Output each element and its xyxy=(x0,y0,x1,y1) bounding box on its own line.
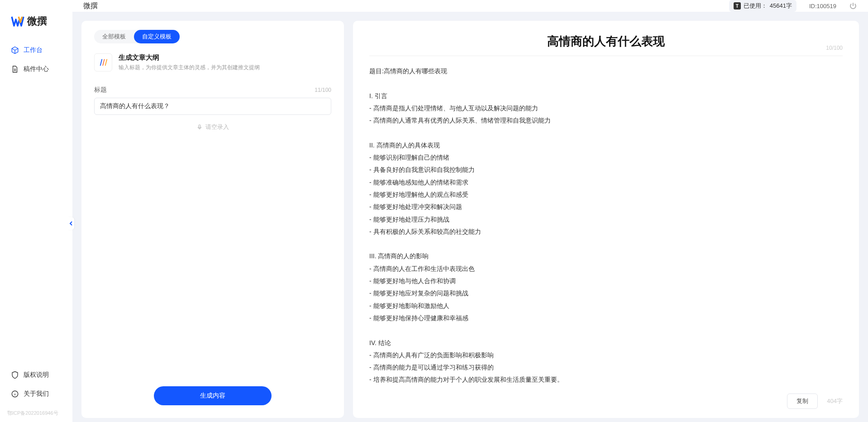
nav-item-copyright[interactable]: 版权说明 xyxy=(7,366,65,384)
usage-pill[interactable]: T 已使用： 45641字 xyxy=(729,0,796,12)
output-title: 高情商的人有什么表现 xyxy=(547,33,665,49)
title-field-label: 标题 xyxy=(94,86,107,94)
output-panel: 高情商的人有什么表现 10/100 题目:高情商的人有哪些表现 I. 引言 - … xyxy=(353,21,859,418)
document-icon xyxy=(11,65,19,73)
logo-text: 微撰 xyxy=(27,14,47,28)
template-card: 生成文章大纲 输入标题，为你提供文章主体的灵感，并为其创建推文提纲 xyxy=(94,52,331,81)
mic-icon xyxy=(196,124,203,130)
nav-item-about[interactable]: 关于我们 xyxy=(7,385,65,403)
title-char-count: 11/100 xyxy=(315,87,331,93)
logo: 微撰 xyxy=(0,9,72,42)
shield-icon xyxy=(11,371,19,379)
icp-text: 鄂ICP备2022016946号 xyxy=(0,410,72,422)
chevron-left-icon xyxy=(69,221,73,226)
info-icon xyxy=(11,390,19,398)
usage-value: 45641字 xyxy=(770,2,792,10)
input-panel: 全部模板 自定义模板 生成文章大纲 输入标题，为你提供文章主体的灵感，并为其创建… xyxy=(81,21,344,418)
app-title: 微撰 xyxy=(83,1,98,11)
template-desc: 输入标题，为你提供文章主体的灵感，并为其创建推文提纲 xyxy=(119,64,331,71)
nav-label: 版权说明 xyxy=(24,371,49,379)
template-tabs: 全部模板 自定义模板 xyxy=(94,30,180,43)
nav-item-workspace[interactable]: 工作台 xyxy=(7,42,65,59)
user-id: ID:100519 xyxy=(809,3,836,9)
output-word-count: 404字 xyxy=(827,397,843,405)
main-nav: 工作台 稿件中心 xyxy=(0,42,72,366)
usage-label: 已使用： xyxy=(744,2,767,10)
template-icon xyxy=(94,53,112,71)
output-title-count: 10/100 xyxy=(826,45,843,51)
cube-icon xyxy=(11,46,19,54)
nav-label: 关于我们 xyxy=(24,390,49,398)
nav-item-drafts[interactable]: 稿件中心 xyxy=(7,61,65,78)
logo-icon xyxy=(11,16,24,27)
t-badge-icon: T xyxy=(734,2,741,9)
tab-all-templates[interactable]: 全部模板 xyxy=(94,30,134,43)
sidebar: 微撰 工作台 稿件中心 版权说明 关于我们 鄂ICP备2022016946号 xyxy=(0,0,72,422)
title-input[interactable] xyxy=(94,98,331,115)
nav-label: 工作台 xyxy=(24,46,43,54)
voice-label: 请空录入 xyxy=(205,123,229,131)
nav-label: 稿件中心 xyxy=(24,65,49,73)
topbar: 微撰 T 已使用： 45641字 ID:100519 xyxy=(72,0,868,12)
tab-custom-templates[interactable]: 自定义模板 xyxy=(134,30,180,43)
output-body: 题目:高情商的人有哪些表现 I. 引言 - 高情商是指人们处理情绪、与他人互动以… xyxy=(369,56,843,386)
copy-button[interactable]: 复制 xyxy=(787,394,818,409)
voice-input-button[interactable]: 请空录入 xyxy=(94,123,331,131)
power-icon[interactable] xyxy=(849,2,857,10)
sidebar-footer: 版权说明 关于我们 xyxy=(0,366,72,410)
svg-rect-1 xyxy=(199,125,200,128)
template-title: 生成文章大纲 xyxy=(119,53,331,62)
sidebar-collapse-handle[interactable] xyxy=(68,217,74,230)
generate-button[interactable]: 生成内容 xyxy=(154,386,272,405)
